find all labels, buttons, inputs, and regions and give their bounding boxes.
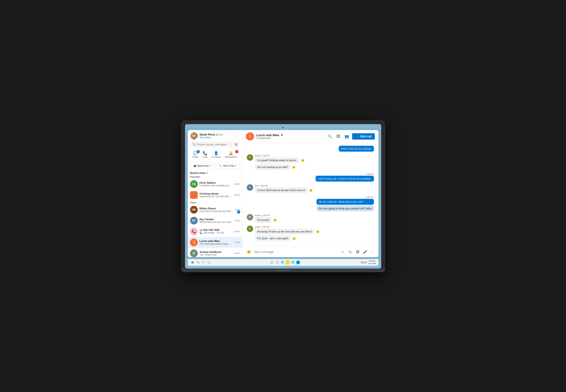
system-datetime: 10/20/2111:11 AM [368, 260, 376, 265]
list-item[interactable]: CN Chris Naidoo I wouldn't mind meeting … [188, 179, 242, 190]
attachment-button[interactable]: 📎 [347, 249, 353, 255]
mention-all: @all [262, 237, 267, 240]
list-item[interactable]: 🍕 Lunch with Mike The client was pretty … [188, 237, 242, 248]
laptop-outer: SP Sarah Perez $22,00 Set a status [181, 120, 385, 272]
recent-chats-chevron: ▾ [206, 172, 208, 174]
message-content: Keiko, 2:58 PM Amazing! I'll pick up the… [255, 226, 319, 242]
chat-avatar-ray: RT [190, 217, 198, 224]
message-content: Keiko, 2:48 PM I'm great!! Getting ready… [255, 154, 304, 170]
emoji-reaction-btn[interactable]: 🙂 [301, 159, 304, 162]
action-buttons: 📹 Meet Now ▾ ✏️ New Chat ▾ [188, 162, 242, 170]
meet-now-button[interactable]: 📹 Meet Now ▾ [190, 163, 214, 169]
taskbar-browser-icon[interactable]: 🌐 [280, 260, 284, 265]
message-row-self-3: 2:53 PM Ok ok! I will join. What about y… [247, 196, 374, 212]
taskbar-skype-icon[interactable]: S [296, 260, 300, 265]
taskbar-explorer-icon[interactable]: 📁 [286, 260, 290, 265]
search-button[interactable]: 🔍 [326, 133, 333, 140]
message-bubble: I don't know, yet. I have to check my sc… [316, 176, 374, 182]
tab-contacts[interactable]: 👤 Contacts [210, 150, 222, 159]
image-button[interactable]: 🖼 [355, 249, 360, 255]
user-name: Sarah Perez $22,00 [199, 133, 223, 136]
avatar-status [196, 138, 198, 140]
more-input-options-button[interactable]: ··· [370, 249, 375, 255]
chat-header-avatar: 🍕 [246, 132, 254, 140]
emoji-reaction-btn[interactable]: 🙂 [292, 237, 296, 240]
ai-compose-button[interactable]: ✨ [339, 249, 345, 255]
start-call-button[interactable]: 📹 Start call [352, 133, 375, 140]
chat-header-info: Lunch with Mike ⚙ 12 participants [256, 133, 324, 139]
emoji-reaction-btn[interactable]: 🙂 [273, 219, 277, 222]
list-item[interactable]: JV Joshua VanBuren You: Thank you! 16.03 [188, 248, 242, 257]
taskbar-multitask-button[interactable]: ⬜ [207, 260, 211, 265]
emoji-reaction-btn[interactable]: 🙂 [292, 166, 296, 169]
system-tray-icons: ∧ 📶 🔊 [359, 261, 367, 264]
more-options-button[interactable]: ··· [234, 133, 239, 139]
message-avatar: E [247, 184, 253, 191]
chat-content: Joshua VanBuren You: Thank you! [199, 251, 232, 256]
apps-grid-icon[interactable]: ⊞ [235, 142, 238, 146]
chat-avatar-hillary: HR [190, 206, 198, 214]
settings-icon[interactable]: ⚙ [281, 133, 283, 137]
message-bubble: I'm great!! Getting ready for picnic. [255, 157, 299, 163]
gallery-button[interactable]: 🖼 [335, 133, 342, 140]
chat-avatar-chris: CN [190, 180, 198, 188]
windows-start-button[interactable]: ⊞ [190, 260, 195, 265]
search-icon: 🔍 [192, 143, 196, 146]
messages-area: Hello! How are you doing? K Keiko, 2:48 … [242, 143, 379, 247]
taskbar-search-button[interactable]: 🔍 [196, 260, 200, 265]
list-item[interactable]: 🍳 Cooking shows Ingredients for our next… [188, 190, 242, 200]
user-status[interactable]: Set a status [199, 136, 223, 139]
search-input[interactable] [197, 143, 233, 146]
user-info: SP Sarah Perez $22,00 Set a status [190, 132, 239, 140]
emoji-reaction-btn[interactable]: 🙂 [309, 189, 313, 192]
meet-now-icon: 📹 [193, 164, 196, 167]
contacts-icon: 👤 [214, 151, 218, 155]
meet-now-chevron: ▾ [210, 165, 211, 167]
video-call-icon: 📹 [355, 135, 359, 138]
emoji-picker-button[interactable]: 🙂 [246, 249, 252, 255]
avatar[interactable]: SP [190, 132, 198, 140]
calls-icon: 📞 [203, 151, 207, 155]
chat-header: 🍕 Lunch with Mike ⚙ 12 participants 🔍 🖼 … [242, 130, 379, 143]
chats-badge: 3 [197, 150, 200, 153]
new-chat-icon: ✏️ [219, 164, 222, 167]
emoji-reaction-btn[interactable]: 🙂 [316, 230, 319, 233]
chat-content: Chris Naidoo I wouldn't mind meeting soo… [199, 181, 232, 187]
user-left: SP Sarah Perez $22,00 Set a status [190, 132, 223, 140]
message-content: Bryan, 2:54 PM Of course! 🙂 [255, 214, 277, 223]
header-actions: 🔍 🖼 👥 📹 Start call [326, 133, 375, 140]
message-bubble: Of course! [255, 217, 271, 223]
chat-content: Cooking shows Ingredients for our next d… [199, 192, 232, 198]
message-bubble: Ok ok! I will join. What about your cat? [316, 199, 374, 205]
taskbar-center: 💬 📋 🌐 📁 🌐 S [270, 260, 300, 265]
message-bubble: Hello! How are you doing? [339, 146, 374, 152]
chat-avatar-lunch: 🍕 [190, 238, 198, 246]
microphone-button[interactable]: 🎤 [362, 249, 368, 255]
message-input[interactable] [254, 250, 337, 253]
list-item[interactable]: HR Hillary Reyes If you don't mind can y… [188, 204, 242, 215]
message-bubble: Are you going to bring your painted cat?… [316, 205, 374, 211]
participants-button[interactable]: 👥 [343, 133, 350, 140]
message-sender-time: Keiko, 2:58 PM [255, 226, 319, 228]
taskbar-files-button[interactable]: 📁 [201, 260, 205, 265]
new-chat-chevron: ▾ [235, 165, 236, 167]
message-row-keiko-1: K Keiko, 2:48 PM I'm great!! Getting rea… [247, 154, 374, 170]
tab-notifications[interactable]: 🔔 Notifications 1 [223, 150, 239, 159]
notifications-icon: 🔔 [229, 151, 233, 155]
chat-content: Ray Tanaka Will be there as soon as I ca… [199, 218, 232, 223]
list-item[interactable]: 📞 +1 415-748-7920 📞 Call ended · 1m 22s … [188, 226, 242, 237]
calls-label: Calls [202, 156, 208, 158]
message-avatar: K [247, 226, 253, 232]
chat-list: CN Chris Naidoo I wouldn't mind meeting … [188, 179, 242, 257]
chat-avatar-phone: 📞 [190, 228, 198, 235]
new-chat-button[interactable]: ✏️ New Chat ▾ [215, 163, 240, 169]
tab-chats[interactable]: 💬 Chats 3 [191, 150, 200, 159]
taskbar-chat-icon[interactable]: 💬 [270, 260, 274, 265]
message-content: Eric, 2:49 PM C'mon! We'll eat hot tamal… [255, 184, 313, 194]
list-item[interactable]: RT Ray Tanaka Will be there as soon as I… [188, 215, 242, 226]
taskbar-edge-icon[interactable]: 🌐 [291, 260, 295, 265]
tab-calls[interactable]: 📞 Calls [201, 150, 209, 159]
taskbar-clipboard-icon[interactable]: 📋 [275, 260, 279, 265]
chat-content: Hillary Reyes If you don't mind can you … [199, 207, 234, 212]
recent-chats-header[interactable]: Recent chats ▾ [190, 172, 240, 174]
